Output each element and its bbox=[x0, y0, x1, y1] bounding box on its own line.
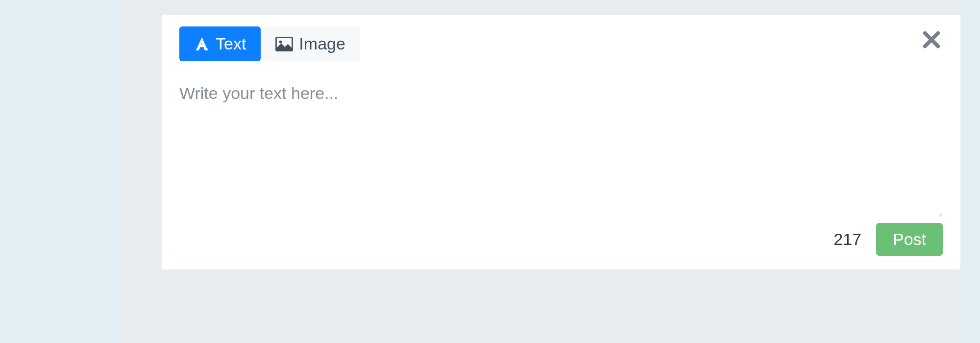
post-button[interactable]: Post bbox=[876, 223, 943, 256]
content-gutter bbox=[122, 0, 162, 343]
tab-text-label: Text bbox=[216, 34, 246, 53]
close-button[interactable] bbox=[920, 28, 943, 53]
tab-text[interactable]: Text bbox=[179, 26, 261, 61]
tab-image[interactable]: Image bbox=[261, 26, 360, 61]
tab-image-label: Image bbox=[299, 34, 345, 53]
close-icon bbox=[920, 44, 943, 52]
char-count: 217 bbox=[833, 230, 861, 249]
font-icon bbox=[194, 36, 210, 52]
svg-rect-3 bbox=[204, 49, 208, 49]
svg-rect-2 bbox=[196, 49, 199, 49]
compose-textarea[interactable] bbox=[179, 84, 943, 217]
compose-tabs: Text Image bbox=[179, 26, 943, 61]
image-icon bbox=[275, 36, 293, 52]
sidebar-spacer bbox=[0, 0, 122, 343]
compose-card: Text Image 217 bbox=[162, 15, 960, 270]
main-area: Text Image 217 bbox=[162, 0, 960, 343]
compose-footer: 217 Post bbox=[179, 223, 943, 256]
svg-point-5 bbox=[279, 40, 282, 43]
right-edge-spacer bbox=[960, 0, 980, 343]
